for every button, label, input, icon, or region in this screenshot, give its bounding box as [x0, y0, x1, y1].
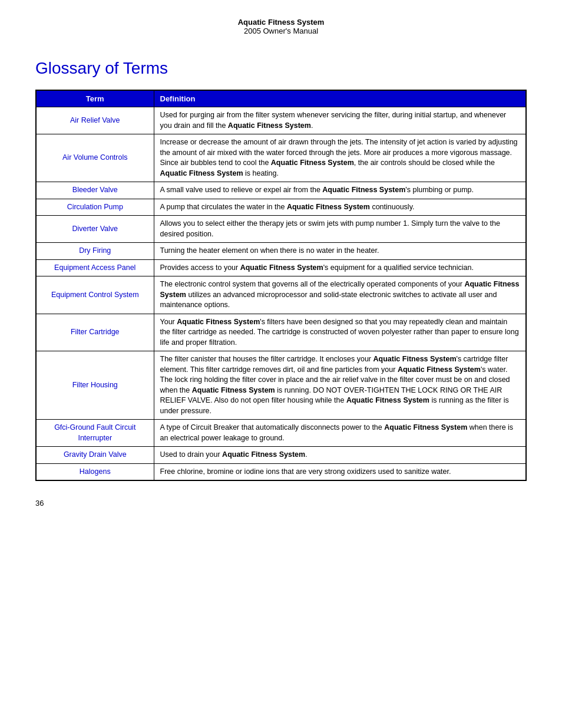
term-cell: Circulation Pump — [36, 199, 154, 216]
glossary-table: Term Definition Air Relief ValveUsed for… — [35, 90, 527, 481]
table-row: HalogensFree chlorine, bromine or iodine… — [36, 463, 526, 480]
table-row: Gravity Drain ValveUsed to drain your Aq… — [36, 447, 526, 464]
term-cell: Air Relief Valve — [36, 107, 154, 134]
definition-cell: The electronic control system that gover… — [154, 276, 526, 314]
definition-cell: A type of Circuit Breaker that automatic… — [154, 420, 526, 447]
term-cell: Air Volume Controls — [36, 134, 154, 182]
term-cell: Gfci-Ground Fault Circuit Interrupter — [36, 420, 154, 447]
term-cell: Gravity Drain Valve — [36, 447, 154, 464]
column-header-definition: Definition — [154, 90, 526, 107]
table-header-row: Term Definition — [36, 90, 526, 107]
table-row: Air Relief ValveUsed for purging air fro… — [36, 107, 526, 134]
definition-cell: Increase or decrease the amount of air d… — [154, 134, 526, 182]
definition-cell: Used to drain your Aquatic Fitness Syste… — [154, 447, 526, 464]
table-row: Bleeder ValveA small valve used to relie… — [36, 182, 526, 199]
table-row: Circulation PumpA pump that circulates t… — [36, 199, 526, 216]
term-cell: Equipment Control System — [36, 276, 154, 314]
column-header-term: Term — [36, 90, 154, 107]
definition-cell: A pump that circulates the water in the … — [154, 199, 526, 216]
definition-cell: Free chlorine, bromine or iodine ions th… — [154, 463, 526, 480]
definition-cell: Used for purging air from the filter sys… — [154, 107, 526, 134]
term-cell: Filter Housing — [36, 351, 154, 420]
page-header: Aquatic Fitness System 2005 Owner's Manu… — [35, 18, 527, 35]
definition-cell: Turning the heater element on when there… — [154, 243, 526, 260]
term-cell: Halogens — [36, 463, 154, 480]
term-cell: Diverter Valve — [36, 216, 154, 243]
term-cell: Equipment Access Panel — [36, 259, 154, 276]
definition-cell: Your Aquatic Fitness System's filters ha… — [154, 314, 526, 351]
glossary-title: Glossary of Terms — [35, 59, 527, 78]
definition-cell: The filter canister that houses the filt… — [154, 351, 526, 420]
definition-cell: Provides access to your Aquatic Fitness … — [154, 259, 526, 276]
table-row: Air Volume ControlsIncrease or decrease … — [36, 134, 526, 182]
definition-cell: A small valve used to relieve or expel a… — [154, 182, 526, 199]
table-row: Gfci-Ground Fault Circuit InterrupterA t… — [36, 420, 526, 447]
table-row: Dry FiringTurning the heater element on … — [36, 243, 526, 260]
definition-cell: Allows you to select either the therapy … — [154, 216, 526, 243]
term-cell: Bleeder Valve — [36, 182, 154, 199]
header-title: Aquatic Fitness System — [35, 18, 527, 27]
table-row: Filter CartridgeYour Aquatic Fitness Sys… — [36, 314, 526, 351]
page-number: 36 — [35, 499, 527, 508]
header-subtitle: 2005 Owner's Manual — [35, 27, 527, 35]
table-row: Diverter ValveAllows you to select eithe… — [36, 216, 526, 243]
term-cell: Dry Firing — [36, 243, 154, 260]
term-cell: Filter Cartridge — [36, 314, 154, 351]
table-row: Equipment Access PanelProvides access to… — [36, 259, 526, 276]
table-row: Equipment Control SystemThe electronic c… — [36, 276, 526, 314]
table-row: Filter HousingThe filter canister that h… — [36, 351, 526, 420]
